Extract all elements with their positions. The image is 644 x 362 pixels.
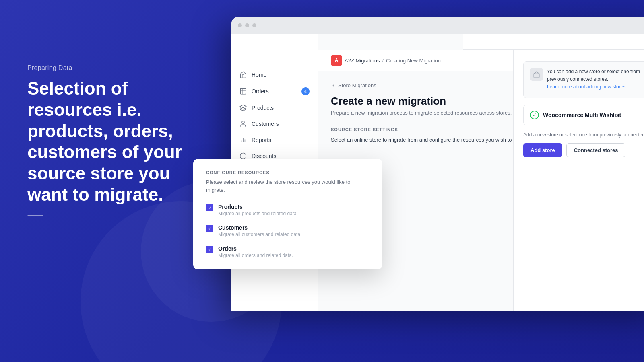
browser-chrome: [231, 17, 644, 34]
browser-dot-3: [252, 23, 256, 27]
connected-store-name: Woocommerce Multi Wishlist: [543, 112, 621, 118]
right-panel: You can add a new store or select one fr…: [513, 50, 644, 311]
store-icon: A: [331, 55, 342, 66]
checkbox-orders[interactable]: ✓: [206, 246, 213, 253]
orders-icon: [239, 88, 247, 95]
browser-dot-2: [245, 23, 249, 27]
sidebar-item-orders[interactable]: Orders 4: [231, 83, 318, 100]
breadcrumb-store: A2Z Migrations: [345, 58, 380, 64]
resource-desc-customers: Migrate all customers and related data.: [218, 232, 301, 237]
check-circle-icon: ✓: [530, 111, 539, 119]
resource-desc-orders: Migrate all orders and related data.: [218, 253, 293, 258]
sidebar-label-orders: Orders: [252, 88, 269, 95]
resource-item-products: ✓ Products Migrate all products and rela…: [206, 204, 369, 216]
store-info-box: You can add a new store or select one fr…: [523, 61, 644, 98]
configure-card: CONFIGURE RESOURCES Please select and re…: [193, 159, 382, 269]
sidebar-label-products: Products: [252, 105, 274, 111]
svg-marker-3: [240, 105, 246, 108]
store-building-icon: [533, 71, 540, 78]
svg-rect-14: [534, 74, 539, 77]
breadcrumb-sep: /: [382, 58, 384, 64]
connected-stores-button[interactable]: Connected stores: [566, 143, 626, 157]
action-buttons: Add store Connected stores: [523, 143, 644, 157]
left-panel: Preparing Data Selection of resources i.…: [27, 64, 196, 216]
left-headline: Selection of resources i.e. products, or…: [27, 78, 196, 206]
sidebar-label-customers: Customers: [252, 121, 279, 127]
store-info-icon: [530, 68, 543, 81]
checkbox-customers[interactable]: ✓: [206, 225, 213, 232]
resource-text-products: Products Migrate all products and relate…: [218, 204, 298, 216]
store-info-text-block: You can add a new store or select one fr…: [547, 68, 644, 91]
back-chevron-icon: [331, 83, 336, 88]
configure-card-description: Please select and review the store resou…: [206, 178, 369, 194]
svg-point-4: [242, 121, 244, 123]
resource-label-orders: Orders: [218, 245, 293, 252]
sidebar-item-home[interactable]: Home: [231, 67, 318, 83]
resource-label-customers: Customers: [218, 224, 301, 231]
back-link-text: Store Migrations: [338, 82, 376, 88]
home-icon: [239, 71, 247, 78]
sidebar-label-reports: Reports: [252, 137, 271, 143]
breadcrumb-current: Creating New Migration: [386, 58, 441, 64]
sidebar-item-products[interactable]: Products: [231, 100, 318, 116]
sidebar-item-customers[interactable]: Customers: [231, 116, 318, 132]
resource-text-customers: Customers Migrate all customers and rela…: [218, 224, 301, 237]
checkbox-products[interactable]: ✓: [206, 204, 213, 211]
resource-label-products: Products: [218, 204, 298, 210]
add-store-button[interactable]: Add store: [523, 143, 562, 157]
configure-card-title: CONFIGURE RESOURCES: [206, 170, 369, 175]
unsaved-bar: Unsaved changes: [463, 34, 644, 50]
reports-icon: [239, 136, 247, 144]
resource-item-customers: ✓ Customers Migrate all customers and re…: [206, 224, 369, 237]
left-divider: [27, 215, 43, 216]
products-icon: [239, 104, 247, 111]
customers-icon: [239, 120, 247, 128]
browser-dot-1: [238, 23, 242, 27]
store-info-text: You can add a new store or select one fr…: [547, 69, 640, 82]
resource-text-orders: Orders Migrate all orders and related da…: [218, 245, 293, 258]
sidebar-label-home: Home: [252, 72, 266, 78]
svg-rect-0: [240, 88, 246, 94]
connected-store-row: ✓ Woocommerce Multi Wishlist: [523, 105, 644, 125]
sidebar-label-discounts: Discounts: [252, 153, 276, 159]
orders-badge: 4: [301, 87, 310, 95]
learn-more-link[interactable]: Learn more about adding new stores.: [547, 84, 627, 90]
sidebar-item-reports[interactable]: Reports: [231, 132, 318, 148]
store-icon-row: You can add a new store or select one fr…: [530, 68, 644, 91]
left-subtitle: Preparing Data: [27, 64, 196, 72]
add-store-desc: Add a new store or select one from previ…: [523, 132, 644, 138]
resource-desc-products: Migrate all products and related data.: [218, 211, 298, 216]
resource-item-orders: ✓ Orders Migrate all orders and related …: [206, 245, 369, 258]
